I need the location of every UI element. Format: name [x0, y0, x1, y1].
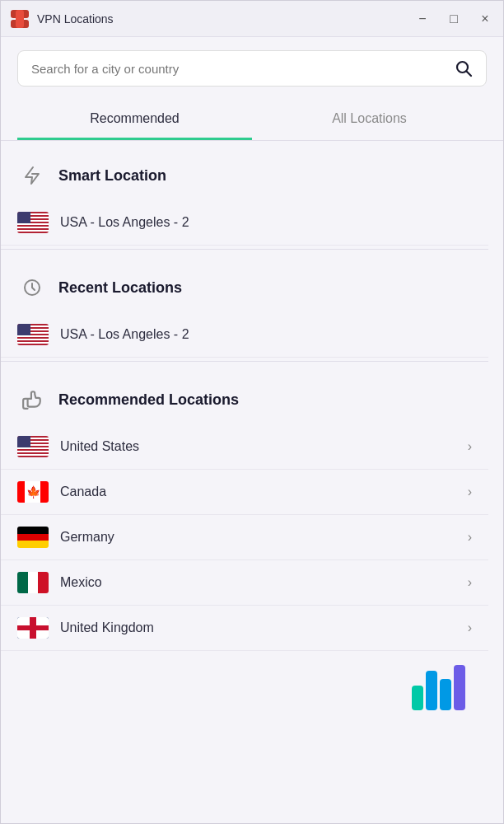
list-item[interactable]: United States › [1, 424, 488, 470]
window-title: VPN Locations [37, 12, 414, 26]
location-name: United Kingdom [60, 620, 456, 635]
locations-content[interactable]: Smart Location USA - Los Angeles - 2 Rec… [1, 141, 503, 823]
location-name: United States [60, 439, 456, 454]
svg-rect-2 [16, 10, 24, 28]
list-item[interactable]: Germany › [1, 515, 488, 560]
thumbs-up-icon [17, 385, 47, 414]
minimize-button[interactable]: − [414, 11, 431, 27]
location-name: Mexico [60, 575, 456, 590]
brand-bars [412, 661, 465, 710]
chevron-right-icon: › [468, 530, 472, 545]
location-name: USA - Los Angeles - 2 [60, 327, 472, 342]
recommended-locations-header: Recommended Locations [1, 365, 488, 424]
uk-flag [17, 617, 49, 639]
smart-location-header: Smart Location [1, 141, 488, 200]
list-item[interactable]: Canada › [1, 470, 488, 515]
window-controls: − □ × [414, 11, 493, 27]
section-divider [1, 249, 488, 250]
search-icon [455, 59, 473, 77]
chevron-right-icon: › [468, 575, 472, 590]
bar-1 [412, 686, 423, 710]
usa-flag [17, 436, 49, 457]
svg-line-4 [467, 72, 472, 77]
tab-all-locations[interactable]: All Locations [252, 100, 487, 140]
tab-recommended[interactable]: Recommended [17, 100, 252, 140]
list-item[interactable]: United Kingdom › [1, 606, 488, 651]
bar-3 [440, 679, 451, 710]
section-divider [1, 361, 488, 362]
clock-icon [17, 273, 47, 302]
location-name: USA - Los Angeles - 2 [60, 215, 472, 230]
chevron-right-icon: › [468, 439, 472, 454]
list-item[interactable]: USA - Los Angeles - 2 [1, 312, 488, 358]
smart-location-title: Smart Location [58, 167, 166, 185]
title-bar: VPN Locations − □ × [1, 1, 503, 37]
vpn-locations-window: VPN Locations − □ × Recommended All Loca… [0, 0, 504, 824]
location-name: Germany [60, 530, 456, 545]
chevron-right-icon: › [468, 620, 472, 635]
location-name: Canada [60, 485, 456, 499]
recent-locations-title: Recent Locations [58, 279, 182, 297]
tabs-container: Recommended All Locations [1, 100, 503, 141]
bolt-icon [17, 161, 47, 190]
canada-flag [17, 481, 49, 503]
search-button[interactable] [455, 59, 473, 77]
recommended-locations-title: Recommended Locations [58, 391, 239, 409]
bottom-spacer [1, 651, 488, 717]
mexico-flag [17, 572, 49, 593]
bar-2 [426, 671, 437, 710]
search-container [1, 37, 503, 100]
app-logo [11, 10, 29, 28]
list-item[interactable]: Mexico › [1, 560, 488, 606]
list-item[interactable]: USA - Los Angeles - 2 [1, 200, 488, 246]
recent-locations-header: Recent Locations [1, 253, 488, 312]
search-input[interactable] [31, 62, 455, 76]
germany-flag [17, 527, 49, 548]
close-button[interactable]: × [477, 11, 493, 27]
usa-flag [17, 324, 49, 345]
chevron-right-icon: › [468, 485, 472, 499]
search-box [17, 50, 487, 87]
maximize-button[interactable]: □ [446, 11, 462, 27]
bar-4 [454, 665, 465, 710]
usa-flag [17, 212, 49, 233]
